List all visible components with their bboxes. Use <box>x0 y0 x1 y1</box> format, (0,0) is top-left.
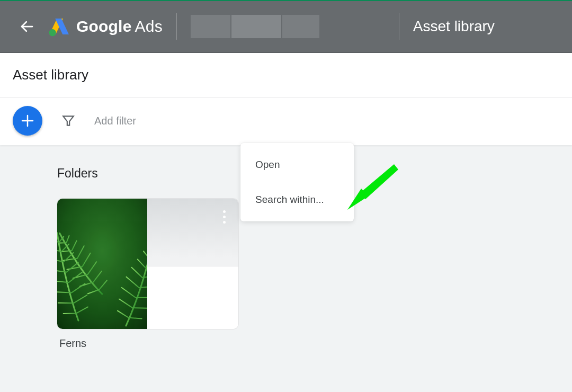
menu-item-open[interactable]: Open <box>240 147 354 182</box>
brand-block: Google Ads <box>48 16 163 37</box>
folder-thumbnail-main <box>57 199 147 329</box>
arrow-back-icon <box>19 19 35 34</box>
app-header: Google Ads Asset library <box>0 0 572 53</box>
header-divider <box>399 13 399 40</box>
brand-name-bold: Google <box>76 17 132 35</box>
page-subheader: Asset library <box>0 53 572 97</box>
header-page-title: Asset library <box>413 18 495 35</box>
google-ads-logo-icon <box>48 16 69 37</box>
brand-name-light: Ads <box>135 17 163 35</box>
svg-point-1 <box>49 29 56 36</box>
folder-name: Ferns <box>57 329 556 352</box>
more-vertical-icon <box>223 210 226 213</box>
folder-thumbnail-side <box>147 199 238 329</box>
filter-icon <box>61 114 75 128</box>
folder-more-button[interactable] <box>223 210 226 224</box>
fern-image-icon <box>57 199 147 329</box>
content-area: Folders <box>0 145 572 368</box>
page-title: Asset library <box>13 67 559 83</box>
filter-button[interactable] <box>61 114 75 128</box>
brand-text: Google Ads <box>76 17 163 35</box>
add-button[interactable] <box>13 106 42 136</box>
folder-card[interactable] <box>57 199 238 329</box>
account-selector[interactable] <box>191 15 319 38</box>
header-divider <box>176 13 177 40</box>
toolbar: Add filter <box>0 97 572 145</box>
svg-marker-4 <box>63 116 74 125</box>
context-menu: Open Search within... <box>240 143 354 221</box>
filter-input[interactable]: Add filter <box>94 115 136 127</box>
back-button[interactable] <box>19 19 35 34</box>
menu-item-search-within[interactable]: Search within... <box>240 182 354 217</box>
folder-thumbnails <box>57 199 238 329</box>
plus-icon <box>20 113 35 129</box>
